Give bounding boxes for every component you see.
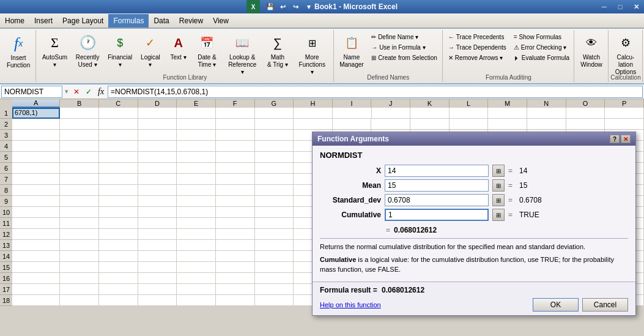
cell-f3[interactable]	[216, 130, 255, 141]
cell-g5[interactable]	[255, 152, 294, 163]
cell-b6[interactable]	[60, 163, 99, 174]
cell-c11[interactable]	[99, 218, 138, 229]
cell-c10[interactable]	[99, 207, 138, 218]
cell-d16[interactable]	[138, 273, 177, 284]
cell-c12[interactable]	[99, 229, 138, 240]
cell-d9[interactable]	[138, 196, 177, 207]
cell-g14[interactable]	[255, 251, 294, 262]
cell-b14[interactable]	[60, 251, 99, 262]
cell-b13[interactable]	[60, 240, 99, 251]
menu-home[interactable]: Home	[0, 14, 29, 28]
maximize-btn[interactable]: □	[612, 0, 628, 13]
cell-a17[interactable]	[12, 284, 60, 295]
cell-g13[interactable]	[255, 240, 294, 251]
cell-a16[interactable]	[12, 273, 60, 284]
minimize-btn[interactable]: ─	[596, 0, 612, 13]
cell-b11[interactable]	[60, 218, 99, 229]
cell-d14[interactable]	[138, 251, 177, 262]
cell-n2[interactable]	[527, 119, 566, 130]
cell-a3[interactable]	[12, 130, 60, 141]
cell-d3[interactable]	[138, 130, 177, 141]
dropdown-btn[interactable]: ▾	[303, 1, 314, 12]
arg-stddev-btn[interactable]: ⊞	[492, 194, 505, 206]
cell-b2[interactable]	[60, 119, 99, 130]
ok-button[interactable]: OK	[533, 298, 579, 312]
text-btn[interactable]: A Text ▾	[166, 31, 191, 63]
cell-a11[interactable]	[12, 218, 60, 229]
remove-arrows-btn[interactable]: ✕ Remove Arrows ▾	[446, 53, 509, 62]
cell-f4[interactable]	[216, 141, 255, 152]
cell-b8[interactable]	[60, 185, 99, 196]
cell-g18[interactable]	[255, 295, 294, 306]
cell-f11[interactable]	[216, 218, 255, 229]
cell-e15[interactable]	[177, 262, 216, 273]
cell-b16[interactable]	[60, 273, 99, 284]
create-from-selection-btn[interactable]: ⊞ Create from Selection	[369, 53, 440, 62]
cell-f1[interactable]	[216, 108, 255, 119]
cell-c8[interactable]	[99, 185, 138, 196]
cell-a5[interactable]	[12, 152, 60, 163]
date-time-btn[interactable]: 📅 Date &Time ▾	[193, 31, 220, 70]
cell-d15[interactable]	[138, 262, 177, 273]
cell-f14[interactable]	[216, 251, 255, 262]
arg-x-btn[interactable]: ⊞	[492, 165, 505, 177]
cell-i1[interactable]	[333, 108, 372, 119]
cell-g4[interactable]	[255, 141, 294, 152]
lookup-reference-btn[interactable]: 📖 Lookup &Reference ▾	[223, 31, 261, 78]
cell-g10[interactable]	[255, 207, 294, 218]
cell-f2[interactable]	[216, 119, 255, 130]
cell-d8[interactable]	[138, 185, 177, 196]
evaluate-formula-btn[interactable]: ⏵ Evaluate Formula	[511, 53, 572, 62]
cell-e1[interactable]	[177, 108, 216, 119]
cell-g9[interactable]	[255, 196, 294, 207]
use-in-formula-btn[interactable]: → Use in Formula ▾	[369, 43, 440, 52]
cell-e14[interactable]	[177, 251, 216, 262]
cell-f13[interactable]	[216, 240, 255, 251]
cell-f6[interactable]	[216, 163, 255, 174]
cell-p1[interactable]	[605, 108, 644, 119]
cell-g6[interactable]	[255, 163, 294, 174]
trace-precedents-btn[interactable]: ← Trace Precedents	[446, 32, 509, 42]
cell-c6[interactable]	[99, 163, 138, 174]
cell-a7[interactable]	[12, 174, 60, 185]
cell-g15[interactable]	[255, 262, 294, 273]
cell-d4[interactable]	[138, 141, 177, 152]
menu-insert[interactable]: Insert	[29, 14, 57, 28]
cell-g1[interactable]	[255, 108, 294, 119]
cell-g3[interactable]	[255, 130, 294, 141]
cell-c4[interactable]	[99, 141, 138, 152]
cell-a8[interactable]	[12, 185, 60, 196]
cell-c17[interactable]	[99, 284, 138, 295]
cell-o1[interactable]	[566, 108, 605, 119]
cell-c7[interactable]	[99, 174, 138, 185]
cell-e13[interactable]	[177, 240, 216, 251]
cell-a4[interactable]	[12, 141, 60, 152]
cell-h1[interactable]	[294, 108, 333, 119]
cell-g2[interactable]	[255, 119, 294, 130]
name-box-dropdown[interactable]: ▾	[64, 88, 70, 95]
dialog-help-btn[interactable]: ?	[610, 135, 620, 143]
cell-a14[interactable]	[12, 251, 60, 262]
recently-used-btn[interactable]: 🕐 RecentlyUsed ▾	[73, 31, 103, 70]
cell-c2[interactable]	[99, 119, 138, 130]
cell-k1[interactable]	[410, 108, 450, 119]
help-link[interactable]: Help on this function	[320, 301, 381, 308]
cell-e6[interactable]	[177, 163, 216, 174]
cell-e16[interactable]	[177, 273, 216, 284]
cell-j2[interactable]	[371, 119, 410, 130]
cell-e3[interactable]	[177, 130, 216, 141]
cell-b4[interactable]	[60, 141, 99, 152]
cell-a12[interactable]	[12, 229, 60, 240]
cell-a1[interactable]: 6708,1)	[12, 108, 60, 119]
watch-window-btn[interactable]: 👁 WatchWindow	[577, 31, 605, 70]
cell-f16[interactable]	[216, 273, 255, 284]
cell-c1[interactable]	[99, 108, 138, 119]
menu-formulas[interactable]: Formulas	[108, 14, 149, 28]
cell-b18[interactable]	[60, 295, 99, 306]
redo-btn[interactable]: ↪	[291, 1, 302, 12]
cell-e18[interactable]	[177, 295, 216, 306]
cell-a9[interactable]	[12, 196, 60, 207]
name-manager-btn[interactable]: 📋 NameManager	[337, 31, 367, 70]
arg-mean-btn[interactable]: ⊞	[492, 179, 505, 192]
trace-dependents-btn[interactable]: → Trace Dependents	[446, 43, 509, 52]
